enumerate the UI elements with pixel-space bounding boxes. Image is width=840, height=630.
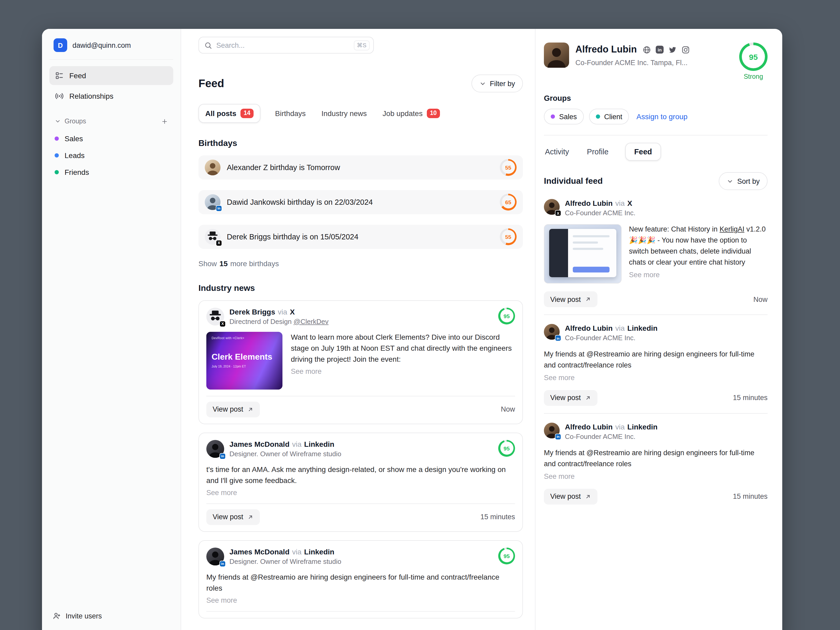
post-author: Alfredo Lubin — [565, 324, 613, 332]
filter-by-label: Filter by — [490, 79, 515, 87]
assign-to-group-link[interactable]: Assign to group — [636, 112, 688, 121]
group-color-dot — [55, 170, 59, 174]
post-subtitle: Designer. Owner of Wireframe studio — [229, 557, 493, 565]
sidebar-group-leads-label: Leads — [65, 151, 85, 159]
kerligai-link[interactable]: KerligAI — [720, 225, 744, 233]
arrow-up-right-icon — [585, 296, 591, 302]
sidebar-nav: Feed Relationships — [49, 66, 173, 107]
twitter-icon[interactable] — [668, 46, 677, 54]
birthday-row[interactable]: X Derek Briggs birthday is on 15/05/2024… — [199, 224, 523, 249]
avatar: in — [206, 547, 224, 565]
add-group-button[interactable] — [161, 118, 168, 125]
profile-avatar — [544, 43, 569, 68]
post-network: Linkedin — [304, 547, 335, 556]
connection-score-ring: 55 — [500, 228, 516, 245]
birthday-row[interactable]: Alexander Z birthday is Tomorrow 55 — [199, 155, 523, 179]
profile-name: Alfredo Lubin — [575, 44, 637, 55]
see-more-link[interactable]: See more — [206, 596, 237, 604]
view-post-button[interactable]: View post — [206, 509, 260, 525]
profile-groups-heading: Groups — [544, 94, 767, 103]
sort-by-button[interactable]: Sort by — [719, 172, 767, 190]
search-bar[interactable]: ⌘S — [199, 37, 374, 54]
avatar: in — [544, 423, 560, 438]
arrow-up-right-icon — [248, 406, 254, 412]
profile-groups-row: Sales Client Assign to group — [544, 109, 767, 125]
tab-job-updates[interactable]: Job updates 10 — [381, 104, 441, 122]
tab-profile[interactable]: Profile — [586, 143, 609, 160]
tab-all-posts[interactable]: All posts 14 — [199, 104, 261, 123]
sidebar-group-sales[interactable]: Sales — [49, 130, 173, 147]
see-more-link[interactable]: See more — [544, 374, 575, 382]
chevron-down-icon — [726, 178, 733, 185]
avatar: X — [206, 307, 224, 325]
individual-feed-item: X Alfredo Lubin via X Co-Founder ACME In… — [544, 190, 767, 315]
groups-section-header[interactable]: Groups — [55, 118, 168, 125]
account-email: dawid@quinn.com — [73, 41, 131, 49]
job-updates-count-badge: 10 — [427, 109, 440, 118]
feed-tabs: All posts 14 Birthdays Industry news Job… — [199, 104, 523, 123]
sidebar-group-sales-label: Sales — [65, 134, 83, 143]
avatar: in — [544, 324, 560, 339]
post-card: X Derek Briggs via X Directnerd of Desig… — [199, 300, 523, 424]
group-color-dot — [596, 114, 600, 118]
filter-by-button[interactable]: Filter by — [471, 74, 523, 92]
connection-score-ring: 95 — [498, 547, 515, 564]
post-network: X — [627, 199, 632, 207]
sidebar-item-feed-label: Feed — [69, 71, 86, 80]
x-badge-icon: X — [216, 240, 222, 246]
tab-activity[interactable]: Activity — [544, 143, 570, 160]
sidebar-item-relationships[interactable]: Relationships — [49, 87, 173, 106]
connection-score-ring: 95 — [498, 440, 515, 456]
invite-users-button[interactable]: Invite users — [49, 612, 173, 620]
clerkdev-handle-link[interactable]: @ClerkDev — [294, 317, 328, 325]
linkedin-badge-icon: in — [216, 205, 222, 211]
view-post-button[interactable]: View post — [206, 401, 260, 417]
tab-industry-news[interactable]: Industry news — [321, 105, 368, 122]
sidebar-group-friends[interactable]: Friends — [49, 164, 173, 181]
group-chip-client[interactable]: Client — [589, 109, 629, 125]
post-author: James McDonald — [229, 440, 289, 448]
birthday-row[interactable]: in Dawid Jankowski birthday is on 22/03/… — [199, 190, 523, 214]
post-body: My friends at @Restreamio are hiring des… — [544, 349, 767, 371]
post-author: Alfredo Lubin — [565, 199, 613, 207]
tab-birthdays[interactable]: Birthdays — [274, 105, 307, 122]
sidebar-group-friends-label: Friends — [65, 168, 89, 177]
instagram-icon[interactable] — [681, 46, 690, 54]
sidebar-group-leads[interactable]: Leads — [49, 147, 173, 164]
post-image-clerk-elements[interactable]: DevRoot with <Clerk> Clerk Elements July… — [206, 332, 283, 389]
tab-feed[interactable]: Feed — [625, 143, 661, 161]
see-more-link[interactable]: See more — [206, 488, 237, 496]
post-body: My friends at @Restreamio are hiring des… — [544, 448, 767, 470]
sidebar-item-feed[interactable]: Feed — [49, 66, 173, 85]
relationship-score-label: Strong — [739, 73, 767, 81]
post-image-kerlig-screenshot[interactable] — [544, 224, 622, 284]
post-subtitle: Designer. Owner of Wireframe studio — [229, 450, 493, 458]
all-posts-count-badge: 14 — [240, 109, 254, 118]
show-more-birthdays[interactable]: Show 15 more birthdays — [199, 259, 523, 267]
post-card: in James McDonald via Linkedin Designer.… — [199, 432, 523, 532]
view-post-button[interactable]: View post — [544, 390, 598, 406]
view-post-button[interactable]: View post — [544, 291, 598, 307]
search-input[interactable] — [216, 41, 349, 49]
x-badge-icon: X — [219, 321, 226, 327]
birthday-text: Derek Briggs birthday is on 15/05/2024 — [227, 232, 494, 241]
post-card: in James McDonald via Linkedin Designer.… — [199, 540, 523, 618]
account-switcher[interactable]: D dawid@quinn.com — [49, 36, 173, 60]
groups-label: Groups — [65, 118, 86, 125]
linkedin-icon[interactable]: in — [656, 46, 663, 54]
post-body: t's time for an AMA. Ask me anything des… — [206, 464, 515, 486]
post-time: 15 minutes — [480, 513, 515, 521]
group-chip-sales[interactable]: Sales — [544, 109, 584, 125]
see-more-link[interactable]: See more — [291, 367, 322, 375]
account-avatar: D — [54, 38, 67, 52]
see-more-link[interactable]: See more — [544, 472, 575, 480]
view-post-button[interactable]: View post — [544, 488, 598, 504]
post-network: Linkedin — [304, 440, 335, 448]
post-subtitle: Co-Founder ACME Inc. — [565, 433, 767, 441]
post-body: Want to learn more about Clerk Elements?… — [291, 332, 515, 365]
see-more-link[interactable]: See more — [629, 271, 660, 278]
website-globe-icon[interactable] — [643, 46, 651, 54]
individual-feed-heading: Individual feed — [544, 177, 603, 186]
tab-job-updates-label: Job updates — [382, 109, 423, 118]
post-network: X — [290, 307, 295, 316]
